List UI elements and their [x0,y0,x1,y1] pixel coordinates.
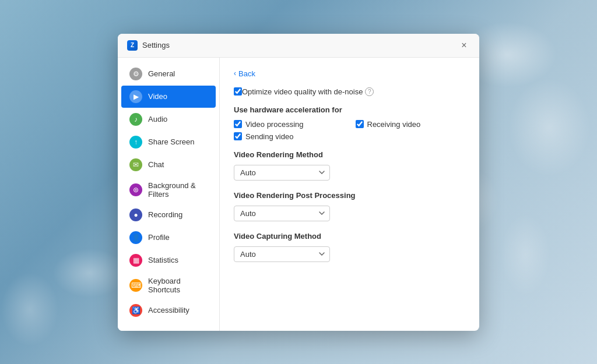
back-link[interactable]: ‹ Back [234,69,465,78]
dialog-body: ⚙General▶Video♪Audio↑Share Screen✉Chat⊛B… [118,58,479,331]
keyboard-shortcuts-icon: ⌨ [129,279,142,292]
sidebar-item-accessibility[interactable]: ♿Accessibility [121,299,216,321]
sidebar-item-background-filters[interactable]: ⊛Background & Filters [121,176,216,203]
sidebar-item-label-recording: Recording [148,210,182,219]
share-screen-icon: ↑ [129,136,142,149]
sidebar-item-label-chat: Chat [148,160,164,169]
rendering-post-section: Video Rendering Post Processing Auto Non… [234,191,465,221]
sidebar-item-recording[interactable]: ●Recording [121,204,216,226]
sidebar-item-statistics[interactable]: ▦Statistics [121,249,216,271]
hw-item-receiving-video: Receiving video [356,120,466,129]
rendering-post-dropdown[interactable]: Auto None Denoise [234,206,330,221]
sidebar-item-label-share-screen: Share Screen [148,137,195,146]
capturing-method-section: Video Capturing Method Auto DirectShow M… [234,232,465,262]
close-button[interactable]: × [458,40,470,51]
video-icon: ▶ [129,90,142,103]
sidebar-item-general[interactable]: ⚙General [121,63,216,85]
audio-icon: ♪ [129,113,142,126]
sending-video-label: Sending video [245,132,293,141]
general-icon: ⚙ [129,68,142,80]
sidebar-item-label-general: General [148,69,175,78]
accessibility-icon: ♿ [129,304,142,317]
capturing-method-label: Video Capturing Method [234,232,465,241]
sidebar-item-label-video: Video [148,92,167,101]
sidebar-item-chat[interactable]: ✉Chat [121,154,216,176]
sidebar-item-label-background-filters: Background & Filters [148,181,208,199]
optimize-checkbox[interactable] [234,87,242,96]
sidebar-item-label-profile: Profile [148,233,170,242]
hw-accel-label: Use hardware acceleration for [234,105,465,114]
receiving-video-label: Receiving video [367,120,421,129]
receiving-video-checkbox[interactable] [356,120,364,128]
video-processing-checkbox[interactable] [234,120,242,128]
dialog-title: Settings [142,41,170,50]
hw-item-sending-video: Sending video [234,132,344,141]
back-chevron-icon: ‹ [234,69,236,77]
background-filters-icon: ⊛ [129,183,142,196]
hw-accel-grid: Video processing Receiving video Sending… [234,120,465,141]
info-icon[interactable]: ? [365,87,374,96]
optimize-row: Optimize video quality with de-noise ? [234,87,465,96]
sidebar-item-label-keyboard-shortcuts: Keyboard Shortcuts [148,277,208,294]
sidebar-item-audio[interactable]: ♪Audio [121,108,216,130]
sidebar-item-label-accessibility: Accessibility [148,306,189,314]
hw-item-video-processing: Video processing [234,120,344,129]
sidebar: ⚙General▶Video♪Audio↑Share Screen✉Chat⊛B… [118,58,220,331]
sidebar-item-label-statistics: Statistics [148,256,178,264]
video-processing-label: Video processing [245,120,304,129]
sidebar-item-label-audio: Audio [148,115,167,123]
sidebar-item-share-screen[interactable]: ↑Share Screen [121,131,216,153]
zoom-app-icon: Z [127,40,138,51]
rendering-method-section: Video Rendering Method Auto Direct3D11 D… [234,150,465,181]
main-content: ‹ Back Optimize video quality with de-no… [220,58,479,331]
sending-video-checkbox[interactable] [234,132,242,140]
dialog-titlebar: Z Settings × [118,34,479,58]
profile-icon: 👤 [129,231,142,244]
settings-dialog: Z Settings × ⚙General▶Video♪Audio↑Share … [118,34,479,331]
rendering-method-label: Video Rendering Method [234,150,465,159]
sidebar-item-profile[interactable]: 👤Profile [121,227,216,249]
recording-icon: ● [129,208,142,221]
rendering-method-dropdown[interactable]: Auto Direct3D11 Direct3D9 OpenGL [234,165,330,181]
chat-icon: ✉ [129,158,142,171]
statistics-icon: ▦ [129,254,142,267]
dialog-title-left: Z Settings [127,40,170,51]
capturing-method-dropdown[interactable]: Auto DirectShow Media Foundation [234,246,330,262]
rendering-post-label: Video Rendering Post Processing [234,191,465,200]
back-label: Back [238,69,255,78]
optimize-label: Optimize video quality with de-noise [242,87,363,96]
sidebar-item-video[interactable]: ▶Video [121,86,216,108]
sidebar-item-keyboard-shortcuts[interactable]: ⌨Keyboard Shortcuts [121,272,216,299]
